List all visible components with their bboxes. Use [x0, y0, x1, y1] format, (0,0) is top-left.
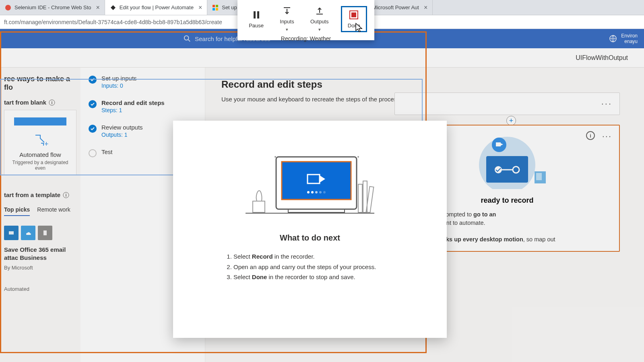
card-title: Automated flow: [8, 151, 72, 158]
svg-rect-41: [254, 11, 256, 19]
svg-rect-42: [257, 11, 259, 19]
tab-selenium[interactable]: Selenium IDE - Chrome Web Sto ×: [0, 0, 105, 15]
flow-favicon-icon: [110, 4, 116, 11]
svg-rect-46: [351, 12, 356, 17]
svg-point-6: [184, 36, 189, 40]
tab-label: Selenium IDE - Chrome Web Sto: [14, 4, 91, 10]
close-icon[interactable]: ×: [96, 4, 100, 11]
svg-rect-24: [496, 142, 501, 146]
svg-point-31: [307, 191, 310, 193]
svg-text:i: i: [51, 100, 52, 105]
recorder-toolbar: Pause Inputs ▾ Outputs ▾ Done Recording:…: [237, 0, 374, 40]
mouse-cursor-icon: [355, 23, 363, 33]
svg-rect-4: [216, 8, 218, 10]
step-label: Test: [101, 148, 113, 155]
modal-title: What to do next: [173, 233, 447, 243]
tab-power-automate[interactable]: Edit your flow | Power Automate ×: [105, 0, 207, 15]
svg-text:i: i: [66, 193, 67, 197]
svg-point-33: [315, 191, 318, 193]
svg-rect-16: [43, 230, 47, 235]
svg-line-7: [188, 40, 190, 42]
svg-point-35: [323, 191, 326, 193]
info-icon[interactable]: i: [63, 192, 69, 198]
template-card[interactable]: Save Office 365 email attac Business By …: [4, 226, 76, 292]
step-record-edit[interactable]: Record and edit steps Steps: 1: [89, 99, 197, 113]
tab-top-picks[interactable]: Top picks: [4, 206, 30, 216]
address-bar[interactable]: ft.com/manage/environments/Default-37574…: [4, 19, 222, 25]
environment-icon: [609, 35, 617, 43]
page-title: Record and edit steps: [221, 79, 628, 90]
template-connector-icons: [4, 226, 76, 240]
step-label: Review outputs: [101, 124, 143, 131]
svg-rect-15: [9, 231, 14, 234]
svg-point-32: [311, 191, 314, 193]
close-icon[interactable]: ×: [424, 4, 427, 11]
chevron-down-icon[interactable]: ▾: [286, 27, 288, 32]
svg-rect-38: [358, 184, 362, 212]
flow-name: UIFlowWithOutput: [576, 54, 628, 62]
flow-card-bar-icon: [14, 117, 66, 125]
info-icon[interactable]: i: [586, 131, 595, 140]
card-subtitle: Triggered by a designated even: [8, 160, 72, 171]
template-author: By Microsoft: [4, 265, 76, 271]
template-heading: tart from a template i: [4, 191, 76, 198]
modal-illustration-icon: [237, 145, 382, 221]
close-icon[interactable]: ×: [198, 4, 202, 11]
outputs-icon: [314, 6, 325, 16]
svg-point-0: [5, 5, 11, 10]
svg-rect-1: [213, 5, 215, 7]
add-step-button[interactable]: +: [506, 116, 516, 125]
modal-step-2: Open an app and carry out the steps of y…: [233, 262, 394, 272]
template-type: Automated: [4, 286, 76, 292]
selenium-favicon-icon: [5, 4, 11, 11]
chevron-down-icon[interactable]: ▾: [318, 27, 321, 32]
inputs-icon: [282, 6, 292, 16]
pause-icon: [251, 10, 262, 20]
svg-rect-2: [216, 5, 218, 7]
more-icon[interactable]: ···: [601, 99, 612, 109]
tab-label: Set up: [222, 4, 237, 10]
step-label: Set up inputs: [101, 75, 137, 82]
svg-rect-29: [282, 162, 351, 200]
svg-point-20: [495, 166, 502, 173]
more-icon[interactable]: ···: [602, 131, 612, 142]
info-icon[interactable]: i: [49, 99, 55, 106]
tab-label: Edit your flow | Power Automate: [120, 4, 194, 10]
step-sublabel: Steps: 1: [101, 107, 165, 113]
step-complete-icon: [89, 125, 97, 133]
onedrive-icon: [21, 226, 35, 240]
recorder-status: Recording: Weather: [237, 35, 374, 45]
blank-heading: tart from blank i: [4, 99, 76, 106]
svg-text:+: +: [44, 140, 48, 148]
environment-picker[interactable]: Environ enayu: [609, 33, 638, 44]
record-illustration-icon: [467, 133, 547, 189]
pause-button[interactable]: Pause: [245, 7, 268, 31]
svg-rect-3: [213, 8, 215, 10]
step-complete-icon: [89, 76, 97, 84]
inputs-button[interactable]: Inputs ▾: [276, 3, 298, 35]
tab-remote-work[interactable]: Remote work: [37, 206, 70, 216]
step-sublabel: Outputs: 1: [101, 132, 143, 138]
svg-rect-26: [536, 173, 542, 180]
done-button[interactable]: Done: [341, 6, 367, 32]
outlook-icon: [4, 226, 19, 240]
step-sublabel: Inputs: 0: [101, 82, 137, 89]
what-to-do-next-modal: What to do next Select Record in the rec…: [173, 121, 447, 338]
stop-icon: [349, 10, 359, 20]
automated-flow-card[interactable]: + Automated flow Triggered by a designat…: [4, 110, 76, 175]
flow-branch-icon: +: [32, 132, 48, 148]
svg-rect-37: [253, 201, 265, 212]
flow-title-bar: UIFlowWithOutput: [0, 48, 644, 68]
left-pane: ree ways to make a flo tart from blank i…: [0, 68, 80, 362]
env-value: enayu: [621, 39, 638, 44]
step-complete-icon: [89, 100, 97, 108]
svg-point-34: [319, 191, 322, 193]
step-setup-inputs[interactable]: Set up inputs Inputs: 0: [89, 75, 197, 89]
step-label: Record and edit steps: [101, 99, 165, 106]
action-card-header[interactable]: ···: [394, 93, 620, 115]
tab-setup[interactable]: Set up: [207, 0, 242, 15]
template-title: Save Office 365 email attac Business: [4, 246, 76, 261]
outputs-button[interactable]: Outputs ▾: [306, 3, 333, 35]
modal-step-3: Select Done in the recorder to stop and …: [233, 272, 394, 282]
step-pending-icon: [89, 149, 97, 157]
